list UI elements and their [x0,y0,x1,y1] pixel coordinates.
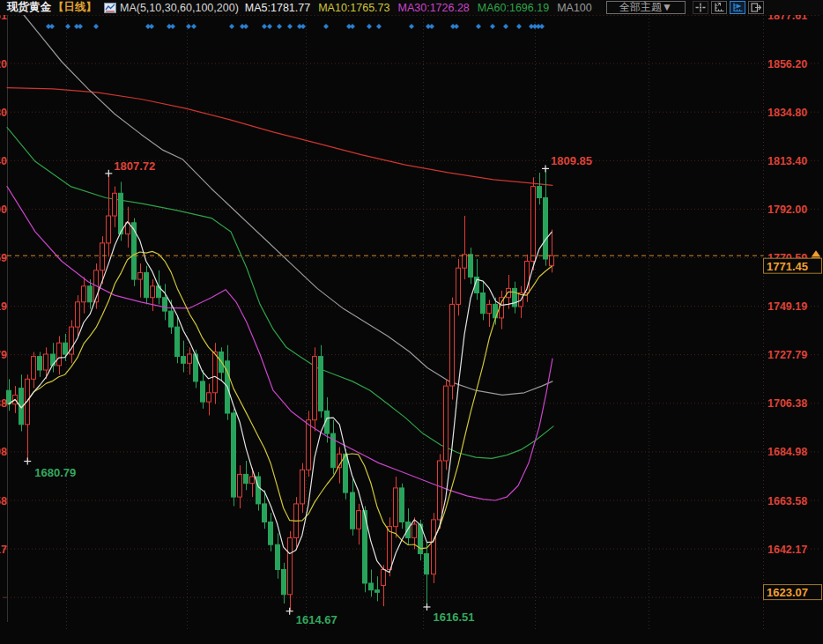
ma100-legend: MA100 [557,2,592,14]
candlestick-chart[interactable]: 1877.611856.201834.801813.401792.001770.… [0,14,823,644]
chart-header: 现货黄金 【日线】 MA(5,10,30,60,100,200) MA5:178… [0,0,823,15]
svg-text:1684.98: 1684.98 [0,446,7,458]
svg-text:1813.40: 1813.40 [0,155,7,167]
svg-text:1877.61: 1877.61 [767,14,807,22]
svg-text:1877.61: 1877.61 [0,14,7,22]
svg-text:1856.20: 1856.20 [0,58,7,70]
svg-text:1663.58: 1663.58 [0,495,7,507]
svg-text:1770.59: 1770.59 [0,252,7,264]
crosshair-move-icon[interactable] [693,1,708,14]
svg-text:1807.72: 1807.72 [114,159,155,173]
themes-dropdown[interactable]: 全部主题▼ [606,1,686,14]
axis-play-icon[interactable] [730,1,745,14]
svg-text:1614.67: 1614.67 [296,613,337,626]
svg-text:1856.20: 1856.20 [767,58,807,70]
svg-text:1623.07: 1623.07 [767,586,808,599]
svg-text:1813.40: 1813.40 [767,155,807,167]
svg-text:1749.19: 1749.19 [767,300,807,313]
trading-app: 现货黄金 【日线】 MA(5,10,30,60,100,200) MA5:178… [0,0,823,644]
svg-text:1792.00: 1792.00 [0,204,7,216]
svg-text:1834.80: 1834.80 [0,107,7,119]
svg-text:1642.17: 1642.17 [0,544,7,556]
svg-text:1809.85: 1809.85 [551,154,592,167]
ma5-legend: MA5:1781.77 [245,2,310,14]
svg-text:1663.58: 1663.58 [767,495,807,507]
ma60-legend: MA60:1696.19 [478,2,549,14]
symbol-title: 现货黄金 [7,0,51,15]
svg-text:1727.79: 1727.79 [0,349,7,361]
detach-window-icon[interactable] [748,1,764,14]
period-label: 【日线】 [53,0,97,15]
ma30-legend: MA30:1726.28 [398,2,470,14]
ma10-legend: MA10:1765.73 [318,2,389,14]
svg-text:1771.45: 1771.45 [767,260,808,273]
axis-scale-icon[interactable] [711,1,727,14]
svg-text:1834.80: 1834.80 [767,107,807,119]
svg-text:1749.19: 1749.19 [0,300,7,313]
mini-chart-icon [104,3,116,13]
svg-text:1616.51: 1616.51 [433,611,474,624]
svg-text:1792.00: 1792.00 [767,204,807,216]
svg-text:1684.98: 1684.98 [767,446,807,458]
svg-text:1680.79: 1680.79 [34,466,76,479]
ma-params-label: MA(5,10,30,60,100,200) [120,2,239,14]
svg-text:1727.79: 1727.79 [767,349,807,361]
svg-text:1706.38: 1706.38 [767,397,807,410]
svg-text:1706.38: 1706.38 [0,397,7,410]
svg-text:1642.17: 1642.17 [767,544,807,556]
